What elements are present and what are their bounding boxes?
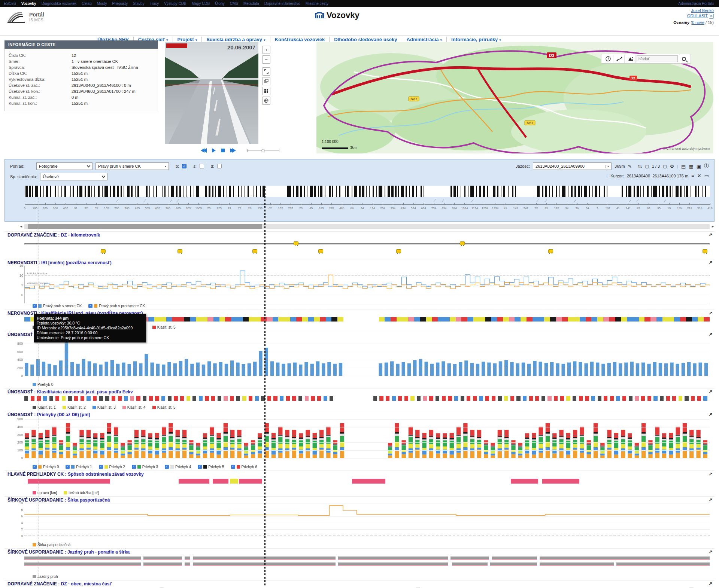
- legend-checkbox[interactable]: ✓: [66, 465, 70, 469]
- nav-item-dlhodobo-sledovan-seky[interactable]: Dlhodobo sledované úseky: [330, 37, 402, 42]
- legend-checkbox[interactable]: ✓: [198, 465, 202, 469]
- kurzor-frame-icon[interactable]: ▭: [704, 173, 709, 179]
- rewind-button[interactable]: [201, 148, 207, 153]
- map-grid-view-button[interactable]: [262, 87, 270, 95]
- kurzor-clear-icon[interactable]: ✕: [697, 173, 701, 179]
- section-expand-icon[interactable]: ↗: [709, 472, 712, 477]
- topbar-item-v-stupy-cdb[interactable]: Výstupy CDB: [164, 1, 186, 6]
- map-zoom-out-button[interactable]: −: [262, 55, 270, 64]
- legend-checkbox[interactable]: ✓: [132, 465, 136, 469]
- km-marker-icon[interactable]: [396, 249, 401, 253]
- topbar-item-stavby[interactable]: Stavby: [133, 1, 145, 6]
- scroll-right-icon[interactable]: ►: [711, 225, 715, 228]
- print-icon[interactable]: ▦: [689, 164, 693, 169]
- legend-checkbox[interactable]: ✓: [33, 304, 37, 308]
- topbar-item-diagnostika-vozoviek[interactable]: Diagnostika vozoviek: [42, 1, 77, 6]
- kurzor-menu-icon[interactable]: ≡: [691, 173, 694, 179]
- stop-button[interactable]: [221, 149, 225, 152]
- page-prev-icon[interactable]: ▢: [645, 164, 649, 169]
- nav-item-projekt[interactable]: Projekt▾: [173, 37, 202, 42]
- scroll-left-icon[interactable]: ◄: [19, 225, 23, 228]
- km-marker-icon[interactable]: [548, 249, 553, 253]
- nav-item-s-visl-dr-ba-a-opravy[interactable]: Súvislá údržba a opravy▾: [202, 37, 270, 42]
- section-expand-icon[interactable]: ↗: [709, 389, 712, 394]
- km-marker-icon[interactable]: [101, 249, 106, 253]
- topbar-item-vozovky[interactable]: Vozovky: [21, 1, 36, 6]
- section-expand-icon[interactable]: ↗: [709, 232, 712, 238]
- section-expand-icon[interactable]: ↗: [709, 311, 712, 316]
- km-marker-icon[interactable]: [178, 249, 182, 253]
- slider-thumb[interactable]: [261, 149, 265, 152]
- portal-admin-link[interactable]: Administrácia Portálu: [679, 1, 719, 6]
- oznamy-new-link[interactable]: 0 nové: [692, 20, 704, 25]
- topbar-item-miestne-cesty[interactable]: Miestne cesty: [306, 1, 328, 6]
- route-follow-icon[interactable]: ⇆: [638, 164, 642, 169]
- ruler-number: 300: [53, 207, 58, 210]
- topbar-item--lohy[interactable]: Úlohy: [215, 1, 225, 6]
- columns-icon[interactable]: ▤: [681, 164, 686, 169]
- map-search-button[interactable]: [679, 55, 689, 63]
- info-circle-icon[interactable]: ⓘ: [704, 163, 709, 170]
- legend-checkbox[interactable]: ✓: [165, 465, 169, 469]
- nav-item-kon-trukcia-vozoviek[interactable]: Konštrukcia vozoviek: [270, 37, 330, 42]
- section-expand-icon[interactable]: ↗: [709, 412, 712, 417]
- map[interactable]: D3 12 2012 2011 1:100 000 3km © Chránené…: [316, 42, 713, 153]
- section-barcode-strip[interactable]: [25, 186, 710, 197]
- legend-checkbox[interactable]: ✓: [88, 304, 92, 308]
- forward-button[interactable]: [230, 148, 236, 153]
- nav-item-inform-cie-pr-ru-ky[interactable]: Informácie, príručky▾: [447, 37, 506, 42]
- settings-gear-icon[interactable]: ⚙: [670, 164, 674, 169]
- map-info-icon[interactable]: [603, 55, 613, 63]
- portal-logo[interactable]: Portál IS MCS: [7, 10, 44, 23]
- checkbox-b[interactable]: ✓: [182, 164, 186, 168]
- legend-swatch: [33, 575, 36, 578]
- topbar-item-dopravn-in-inierstvo[interactable]: Dopravné inžinierstvo: [264, 1, 300, 6]
- km-marker-icon[interactable]: [318, 249, 323, 253]
- stanicenie-select[interactable]: Úsekové: [40, 173, 107, 180]
- km-marker-icon[interactable]: [294, 241, 298, 245]
- checkbox-d[interactable]: [217, 164, 222, 168]
- export-icon[interactable]: ▣: [697, 164, 701, 169]
- play-button[interactable]: [212, 148, 216, 153]
- legend-checkbox[interactable]: ✓: [99, 465, 103, 469]
- nav-item-administr-cia[interactable]: Administrácia▾: [402, 37, 447, 42]
- topbar-item-cms[interactable]: CMS: [230, 1, 238, 6]
- logout-close-icon[interactable]: ✕: [709, 14, 714, 19]
- topbar-item-celab[interactable]: Celab: [82, 1, 92, 6]
- km-marker-icon[interactable]: [252, 249, 257, 253]
- photo-position-slider[interactable]: [247, 150, 279, 151]
- checkbox-s[interactable]: [200, 164, 204, 168]
- legend-checkbox[interactable]: ✓: [33, 465, 37, 469]
- topbar-item-mosty[interactable]: Mosty: [97, 1, 107, 6]
- map-swap-view-button[interactable]: [262, 77, 270, 85]
- scrollbar-thumb[interactable]: [28, 224, 262, 229]
- map-layers-icon[interactable]: [625, 55, 636, 63]
- edit-pencil-icon[interactable]: ✎: [628, 164, 632, 169]
- scrollbar-track[interactable]: [24, 224, 710, 229]
- section-expand-icon[interactable]: ↗: [709, 332, 712, 337]
- km-marker-icon[interactable]: [703, 249, 707, 253]
- jazdec-select[interactable]: 2613A02400_2613A09900▾: [533, 162, 612, 170]
- topbar-item-mapy-cdb[interactable]: Mapy CDB: [192, 1, 210, 6]
- section-expand-icon[interactable]: ↗: [709, 581, 712, 587]
- page-next-icon[interactable]: ▢: [663, 164, 667, 169]
- map-globe-button[interactable]: [262, 97, 270, 105]
- legend-checkbox[interactable]: ✓: [231, 465, 235, 469]
- logout-link[interactable]: ODHLÁSIŤ: [687, 13, 708, 18]
- map-fullscreen-button[interactable]: [262, 67, 270, 76]
- topbar-item-priepusty[interactable]: Priepusty: [112, 1, 128, 6]
- pohlad-select[interactable]: Fotografie: [36, 162, 92, 170]
- km-marker-icon[interactable]: [460, 241, 465, 245]
- section-expand-icon[interactable]: ↗: [709, 260, 712, 265]
- road-photo[interactable]: 20.06.2007: [165, 42, 258, 144]
- topbar-item-esces[interactable]: ESCeS: [4, 1, 16, 6]
- map-route-icon[interactable]: [614, 55, 625, 63]
- map-search-input[interactable]: [637, 55, 678, 62]
- section-expand-icon[interactable]: ↗: [709, 497, 712, 503]
- user-name-link[interactable]: Jozef Benkó: [691, 8, 714, 13]
- topbar-item-metad-ta[interactable]: Metadáta: [243, 1, 259, 6]
- pruh-select[interactable]: Pravý pruh v smere CK▾: [95, 162, 169, 170]
- map-zoom-in-button[interactable]: +: [262, 46, 270, 54]
- section-expand-icon[interactable]: ↗: [709, 549, 712, 555]
- topbar-item-trasy[interactable]: Trasy: [150, 1, 159, 6]
